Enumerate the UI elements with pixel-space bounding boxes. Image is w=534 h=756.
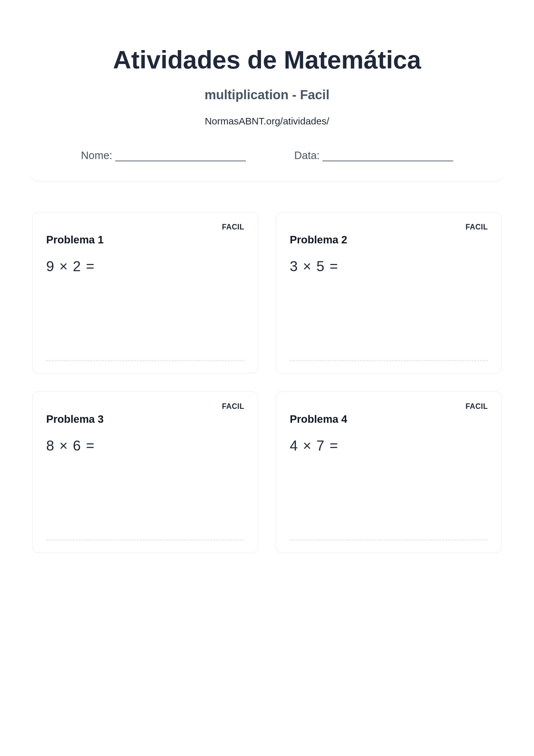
problem-expression: 4 × 7 = (290, 438, 488, 454)
problem-expression: 3 × 5 = (290, 258, 488, 274)
worksheet-header: Atividades de Matemática multiplication … (29, 45, 505, 181)
answer-line (290, 539, 488, 540)
problem-title: Problema 2 (290, 234, 488, 246)
difficulty-badge: FACIL (222, 223, 244, 231)
problem-expression: 9 × 2 = (46, 258, 244, 274)
difficulty-badge: FACIL (466, 223, 488, 231)
problem-title: Problema 3 (46, 413, 244, 425)
problem-title: Problema 1 (46, 234, 244, 246)
problem-title: Problema 4 (290, 413, 488, 425)
difficulty-badge: FACIL (222, 402, 244, 411)
date-field: Data: ______________________ (294, 149, 453, 162)
problem-expression: 8 × 6 = (46, 438, 244, 454)
answer-line (290, 360, 488, 361)
source-link: NormasABNT.org/atividades/ (29, 116, 505, 127)
worksheet-page: Atividades de Matemática multiplication … (0, 0, 534, 553)
problem-card: FACIL Problema 3 8 × 6 = (32, 392, 258, 553)
problem-card: FACIL Problema 1 9 × 2 = (32, 212, 258, 374)
page-title: Atividades de Matemática (29, 45, 505, 75)
answer-line (46, 360, 244, 361)
name-field: Nome: ______________________ (81, 149, 246, 162)
problem-card: FACIL Problema 2 3 × 5 = (276, 212, 502, 374)
difficulty-badge: FACIL (466, 402, 488, 411)
student-fields: Nome: ______________________ Data: _____… (29, 149, 505, 162)
problems-grid: FACIL Problema 1 9 × 2 = FACIL Problema … (29, 212, 505, 553)
page-subtitle: multiplication - Facil (29, 88, 505, 102)
answer-line (46, 539, 244, 540)
problem-card: FACIL Problema 4 4 × 7 = (276, 392, 502, 553)
